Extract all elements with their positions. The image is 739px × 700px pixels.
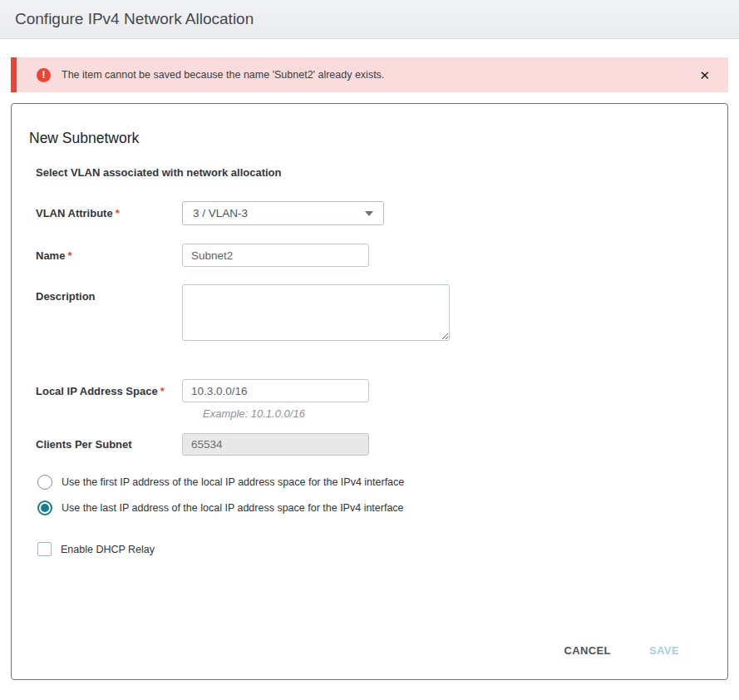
card-actions: CANCEL SAVE xyxy=(564,644,679,657)
new-subnetwork-card: New Subnetwork Select VLAN associated wi… xyxy=(11,103,728,680)
dhcp-relay-label: Enable DHCP Relay xyxy=(61,544,155,555)
radio-icon[interactable] xyxy=(37,500,52,515)
page-content: ! The item cannot be saved because the n… xyxy=(0,57,739,680)
cancel-button[interactable]: CANCEL xyxy=(564,644,611,657)
error-message: The item cannot be saved because the nam… xyxy=(62,69,384,81)
save-button[interactable]: SAVE xyxy=(649,644,679,657)
dhcp-relay-option[interactable]: Enable DHCP Relay xyxy=(37,542,727,556)
clients-input xyxy=(182,433,369,456)
local-ip-row: Local IP Address Space* Example: 10.1.0.… xyxy=(36,379,727,420)
description-label: Description xyxy=(36,284,182,303)
radio-last-ip[interactable]: Use the last IP address of the local IP … xyxy=(37,500,727,515)
required-asterisk: * xyxy=(160,385,165,397)
radio-last-ip-label: Use the last IP address of the local IP … xyxy=(62,502,404,514)
section-heading: Select VLAN associated with network allo… xyxy=(36,166,727,179)
description-textarea[interactable] xyxy=(182,284,450,341)
app-header: Configure IPv4 Network Allocation xyxy=(0,0,739,39)
local-ip-hint: Example: 10.1.0.0/16 xyxy=(203,407,369,420)
card-title: New Subnetwork xyxy=(29,130,727,147)
name-input[interactable] xyxy=(182,244,369,267)
checkbox-icon[interactable] xyxy=(37,542,52,556)
vlan-selected-value: 3 / VLAN-3 xyxy=(193,207,248,219)
vlan-attribute-row: VLAN Attribute* 3 / VLAN-3 xyxy=(36,201,727,225)
page-title: Configure IPv4 Network Allocation xyxy=(15,10,254,28)
required-asterisk: * xyxy=(67,249,71,262)
radio-icon[interactable] xyxy=(37,475,52,490)
required-asterisk: * xyxy=(116,207,120,219)
error-alert: ! The item cannot be saved because the n… xyxy=(11,57,728,92)
error-icon: ! xyxy=(37,68,51,82)
radio-first-ip-label: Use the first IP address of the local IP… xyxy=(62,476,404,488)
local-ip-input[interactable] xyxy=(182,379,369,402)
description-row: Description xyxy=(36,284,727,341)
clients-row: Clients Per Subnet xyxy=(36,433,727,456)
close-icon[interactable]: ✕ xyxy=(699,69,710,81)
name-row: Name* xyxy=(36,244,727,267)
local-ip-label: Local IP Address Space* xyxy=(36,379,182,397)
local-ip-field-group: Example: 10.1.0.0/16 xyxy=(182,379,369,420)
chevron-down-icon xyxy=(365,211,373,216)
name-label: Name* xyxy=(36,249,182,262)
radio-first-ip[interactable]: Use the first IP address of the local IP… xyxy=(37,475,727,490)
vlan-attribute-select[interactable]: 3 / VLAN-3 xyxy=(182,201,384,225)
vlan-attribute-label: VLAN Attribute* xyxy=(36,207,182,219)
clients-label: Clients Per Subnet xyxy=(36,438,182,451)
